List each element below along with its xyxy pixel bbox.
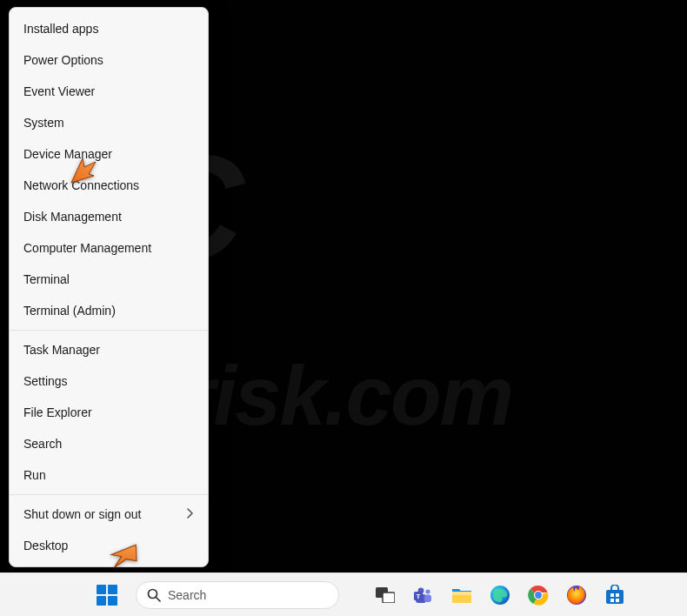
edge-icon [490,585,510,606]
winx-group-0: Installed apps Power Options Event Viewe… [10,11,208,328]
start-icon [96,584,118,606]
taskbar-firefox-button[interactable] [565,584,588,606]
winx-item-installed-apps[interactable]: Installed apps [10,13,208,44]
winx-item-label: Power Options [23,53,103,67]
svg-rect-11 [424,594,431,602]
svg-rect-21 [606,590,624,604]
winx-item-terminal-admin[interactable]: Terminal (Admin) [10,295,208,326]
svg-rect-25 [616,599,619,602]
start-button[interactable] [94,582,120,608]
taskbar-teams-button[interactable]: T [412,584,435,606]
winx-item-computer-management[interactable]: Computer Management [10,232,208,264]
winx-item-label: Installed apps [23,22,98,36]
winx-item-shut-down-or-sign-out[interactable]: Shut down or sign out [10,499,208,530]
winx-item-settings[interactable]: Settings [10,365,208,397]
taskbar-edge-button[interactable] [489,584,511,606]
winx-item-run[interactable]: Run [10,459,208,491]
winx-item-power-options[interactable]: Power Options [10,44,208,76]
winx-context-menu: Installed apps Power Options Event Viewe… [9,7,209,567]
winx-item-label: System [23,116,64,130]
taskbar: Search T [0,572,687,616]
winx-separator [10,494,208,495]
chevron-right-icon [187,508,194,521]
winx-item-device-manager[interactable]: Device Manager [10,138,208,170]
winx-separator [10,330,208,331]
winx-item-label: Settings [23,374,68,388]
winx-item-label: Terminal (Admin) [23,304,116,318]
winx-item-terminal[interactable]: Terminal [10,264,208,295]
taskbar-task-view-button[interactable] [374,584,397,606]
taskbar-search-box[interactable]: Search [136,581,339,609]
svg-rect-15 [452,592,471,595]
svg-line-5 [157,597,161,601]
taskbar-store-button[interactable] [604,584,626,606]
task-view-icon [376,587,395,603]
svg-rect-23 [616,593,619,597]
svg-rect-7 [383,593,395,603]
winx-item-label: Terminal [23,272,70,286]
file-explorer-icon [451,586,472,605]
svg-rect-1 [108,585,117,594]
winx-item-label: Desktop [23,539,68,552]
winx-item-label: Event Viewer [23,84,95,98]
svg-rect-3 [108,596,117,606]
winx-item-file-explorer[interactable]: File Explorer [10,397,208,428]
teams-icon: T [413,585,434,606]
svg-rect-24 [610,599,614,602]
winx-item-label: Disk Management [23,210,122,224]
winx-item-label: Computer Management [23,241,151,255]
store-icon [604,585,625,606]
winx-item-label: Task Manager [23,343,100,357]
firefox-icon [566,585,587,606]
winx-item-task-manager[interactable]: Task Manager [10,334,208,365]
search-placeholder: Search [168,588,206,602]
winx-item-label: Shut down or sign out [23,507,141,521]
svg-rect-0 [97,585,106,594]
winx-item-network-connections[interactable]: Network Connections [10,170,208,201]
winx-item-label: Run [23,468,46,482]
chrome-icon [528,585,549,606]
winx-item-label: File Explorer [23,405,92,419]
search-icon [147,588,161,602]
watermark-sub: risk.com [183,348,687,444]
winx-item-system[interactable]: System [10,107,208,138]
taskbar-chrome-button[interactable] [527,584,550,606]
winx-item-event-viewer[interactable]: Event Viewer [10,76,208,107]
winx-item-disk-management[interactable]: Disk Management [10,201,208,232]
svg-rect-22 [610,593,614,597]
winx-group-1: Task Manager Settings File Explorer Sear… [10,332,208,492]
taskbar-file-explorer-button[interactable] [450,584,473,606]
winx-item-search[interactable]: Search [10,428,208,459]
winx-item-label: Search [23,437,62,451]
svg-point-9 [425,589,430,593]
svg-rect-2 [97,596,106,606]
svg-text:T: T [417,593,421,600]
